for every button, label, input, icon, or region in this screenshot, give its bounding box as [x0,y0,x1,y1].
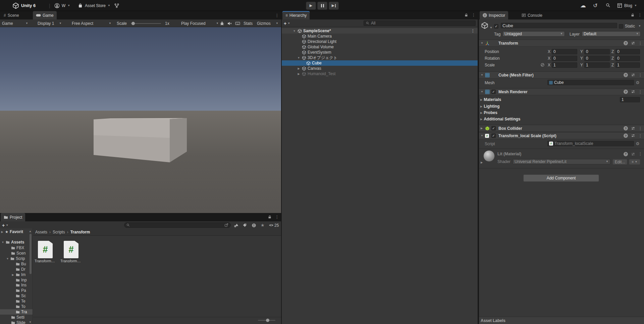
thumbnail-slider-track[interactable] [258,320,275,321]
tree-item-scenes[interactable]: Scen [0,251,33,256]
breadcrumb-leaf[interactable]: Transform [70,230,90,234]
chevron-down-icon[interactable]: ▼ [481,73,483,76]
component-enabled-checkbox[interactable]: ✓ [491,90,496,94]
mesh-renderer-component-header[interactable]: ▼ ✓ Mesh Renderer ⋮ [479,88,644,95]
position-y-field[interactable]: 0 [584,49,610,54]
material-preview-sphere[interactable] [483,150,495,162]
help-icon[interactable] [624,90,628,94]
tree-item-slider[interactable]: Slide [0,320,33,324]
thumbnail-slider-knob[interactable] [266,319,269,322]
tree-item-favorites[interactable]: ▶ ★ Favorit [0,229,33,234]
tree-item-inp[interactable]: Inp [0,277,33,283]
tree-item-im[interactable]: ▶Im [0,272,33,277]
tree-item-scripts[interactable]: ▼ Scrip [0,256,33,261]
component-menu-icon[interactable]: ⋮ [638,90,642,94]
scale-y-field[interactable]: 1 [584,62,610,68]
filter-by-label-button[interactable] [243,221,247,229]
chevron-right-icon[interactable]: ▶ [297,67,301,70]
chevron-down-icon[interactable]: ▼ [481,90,483,93]
tree-item-assets[interactable]: ▼ Assets [0,239,33,245]
shader-dropdown[interactable]: Universal Render Pipeline/Lit▼ [513,159,610,164]
tab-hierarchy[interactable]: ≡ Hierarchy [282,11,310,19]
tree-item-settings[interactable]: Setti [0,315,33,320]
static-checkbox[interactable] [619,23,623,29]
file-item[interactable] [38,241,53,258]
position-z-field[interactable]: 0 [615,49,640,54]
cloud-button[interactable]: ☁ [580,0,586,11]
component-enabled-checkbox[interactable]: ✓ [491,133,496,138]
help-icon[interactable] [624,133,628,138]
file-item[interactable] [64,241,78,258]
presets-icon[interactable] [631,73,635,77]
chevron-right-icon[interactable]: ▶ [11,273,14,276]
layer-dropdown[interactable]: Default▼ [582,31,641,37]
tab-console[interactable]: Console [519,11,545,19]
file-name[interactable]: Transform_l... [35,259,56,263]
materials-foldout[interactable]: ▶ Materials [480,97,501,103]
hierarchy-menu-icon[interactable]: ⋮ [472,13,476,17]
version-control-button[interactable] [114,0,119,11]
tree-item-te[interactable]: Te [0,299,33,304]
play-button[interactable]: ▶ [306,2,316,10]
help-icon[interactable] [624,41,628,45]
game-panel-menu-icon[interactable]: ⋮ [275,13,279,18]
scale-slider-knob[interactable] [131,22,135,25]
tree-item-bu[interactable]: Bu [0,261,33,267]
material-foldout-icon[interactable]: ▶ [481,161,483,164]
vsync-button[interactable] [235,19,240,27]
scale-slider-track[interactable] [131,23,161,24]
tree-item-transform[interactable]: Tra [0,309,33,315]
chevron-down-icon[interactable]: ▼ [292,30,296,33]
transform-component-header[interactable]: ▼ Transform ⋮ [479,40,644,47]
account-menu[interactable]: W ▼ [54,0,70,11]
file-name[interactable]: Transform_... [60,259,82,263]
component-menu-icon[interactable]: ⋮ [638,126,642,131]
display-dropdown[interactable]: Display 1▼ [38,19,62,27]
tree-item-sc[interactable]: Sc [0,293,33,299]
gizmos-dropdown[interactable]: Gizmos▼ [257,19,278,27]
object-picker-icon[interactable]: ⊙ [636,141,639,146]
project-menu-icon[interactable]: ⋮ [275,215,279,219]
aspect-dropdown[interactable]: Free Aspect▼ [72,19,111,27]
component-menu-icon[interactable]: ⋮ [638,73,642,77]
help-icon[interactable] [624,126,628,130]
help-icon[interactable] [624,73,628,77]
mute-audio-button[interactable] [227,19,232,27]
tree-item-dr[interactable]: Dr [0,267,33,272]
mesh-filter-component-header[interactable]: ▼ Cube (Mesh Filter) ⋮ [479,71,644,78]
hierarchy-create-dropdown[interactable]: + ▼ [284,19,290,27]
materials-count-field[interactable]: 1 [620,97,640,102]
breadcrumb-root[interactable]: Assets [35,230,47,234]
undo-history-button[interactable]: ↺ [593,0,597,11]
debug-button[interactable] [220,19,224,27]
hierarchy-item-humanoid-test[interactable]: ▶ Humanoid_Test [282,71,478,76]
project-create-dropdown[interactable]: + ▼ [2,221,8,229]
asset-store-menu[interactable]: Asset Store ▼ [78,0,110,11]
tab-game[interactable]: Game [33,11,57,19]
render-target-dropdown[interactable]: Game▼ [2,19,28,27]
chevron-down-icon[interactable]: ▼ [6,257,9,260]
presets-icon[interactable] [631,90,635,94]
hierarchy-item-global-volume[interactable]: Global Volume [282,44,478,50]
script-object-field[interactable]: Transform_localScale [547,141,634,146]
position-x-field[interactable]: 0 [552,49,577,54]
chevron-down-icon[interactable]: ▼ [297,56,301,59]
scale-slider[interactable] [131,19,161,27]
probes-foldout[interactable]: ▶ Probes [480,110,497,116]
hierarchy-search-field[interactable] [371,21,473,25]
component-menu-icon[interactable]: ⋮ [638,41,642,46]
rotation-z-field[interactable]: 0 [615,56,640,61]
object-picker-icon[interactable]: ⊙ [636,80,639,85]
add-component-button[interactable]: Add Component [523,174,599,182]
presets-icon[interactable] [631,133,635,138]
presets-icon[interactable] [631,152,635,156]
chevron-right-icon[interactable]: ▶ [297,72,301,75]
scale-x-field[interactable]: 1 [552,62,577,68]
mesh-object-field[interactable]: Cube [547,80,634,85]
script-component-header[interactable]: ▼ ✓ Transform_local Scale (Script) ⋮ [479,132,644,139]
breadcrumb-mid[interactable]: Scripts [53,230,65,234]
focus-mode-dropdown[interactable]: Play Focused▼ [181,19,219,27]
chevron-down-icon[interactable]: ▼ [1,241,4,244]
game-viewport[interactable] [0,27,281,213]
constrain-proportions-icon[interactable] [540,63,545,67]
